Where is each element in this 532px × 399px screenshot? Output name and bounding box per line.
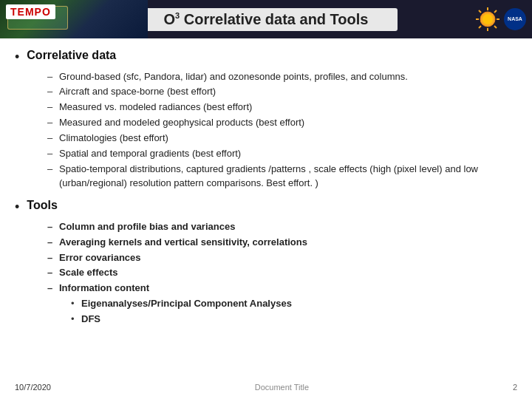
section2-title: Tools bbox=[27, 199, 57, 212]
footer-page: 2 bbox=[513, 383, 517, 392]
footer-date: 10/7/2020 bbox=[15, 383, 51, 392]
sub-list-item: DFS bbox=[71, 313, 510, 327]
footer: 10/7/2020 Document Title 2 bbox=[15, 383, 517, 392]
sub-list: Eigenanalyses/Principal Component Analys… bbox=[71, 297, 510, 327]
svg-line-6 bbox=[479, 10, 481, 13]
section2-header: • Tools bbox=[15, 199, 510, 216]
nasa-badge: NASA bbox=[504, 8, 526, 30]
header: TEMPO O3 Correlative data and Tools NASA bbox=[0, 0, 532, 38]
sub-list-item: Eigenanalyses/Principal Component Analys… bbox=[71, 297, 510, 311]
section1-title: Correlative data bbox=[27, 49, 116, 62]
list-item: Climatologies (best effort) bbox=[47, 132, 510, 146]
tempo-logo: TEMPO bbox=[6, 4, 55, 19]
svg-line-7 bbox=[494, 26, 497, 28]
list-item: Error covariances bbox=[47, 251, 510, 265]
svg-line-8 bbox=[494, 10, 497, 13]
footer-document-title: Document Title bbox=[51, 383, 513, 392]
section-correlative-data: • Correlative data Ground-based (sfc, Pa… bbox=[15, 49, 510, 190]
list-item: Measured and modeled geophysical product… bbox=[47, 116, 510, 130]
list-item: Averaging kernels and vertical sensitivi… bbox=[47, 236, 510, 250]
list-item: Column and profile bias and variances bbox=[47, 220, 510, 234]
svg-point-1 bbox=[482, 14, 493, 24]
svg-line-9 bbox=[479, 26, 481, 28]
list-item: Ground-based (sfc, Pandora, lidar) and o… bbox=[47, 70, 510, 84]
header-map: TEMPO bbox=[0, 0, 148, 38]
list-item: Scale effects bbox=[47, 266, 510, 280]
list-item: Aircraft and space-borne (best effort) bbox=[47, 85, 510, 99]
list-item-information-content: Information content Eigenanalyses/Princi… bbox=[47, 282, 510, 327]
section-tools: • Tools Column and profile bias and vari… bbox=[15, 199, 510, 327]
section2-list: Column and profile bias and variances Av… bbox=[47, 220, 510, 327]
content: • Correlative data Ground-based (sfc, Pa… bbox=[0, 38, 532, 343]
section1-header: • Correlative data bbox=[15, 49, 510, 66]
nasa-logos: NASA bbox=[474, 3, 526, 35]
section2-bullet: • bbox=[15, 200, 19, 216]
list-item: Spatio-temporal distributions, captured … bbox=[47, 163, 510, 191]
list-item: Spatial and temporal gradients (best eff… bbox=[47, 147, 510, 161]
header-title: O3 Correlative data and Tools bbox=[134, 8, 398, 31]
list-item: Measured vs. modeled radiances (best eff… bbox=[47, 100, 510, 115]
section1-list: Ground-based (sfc, Pandora, lidar) and o… bbox=[47, 70, 510, 191]
sun-icon bbox=[474, 6, 501, 33]
section1-bullet: • bbox=[15, 50, 19, 66]
